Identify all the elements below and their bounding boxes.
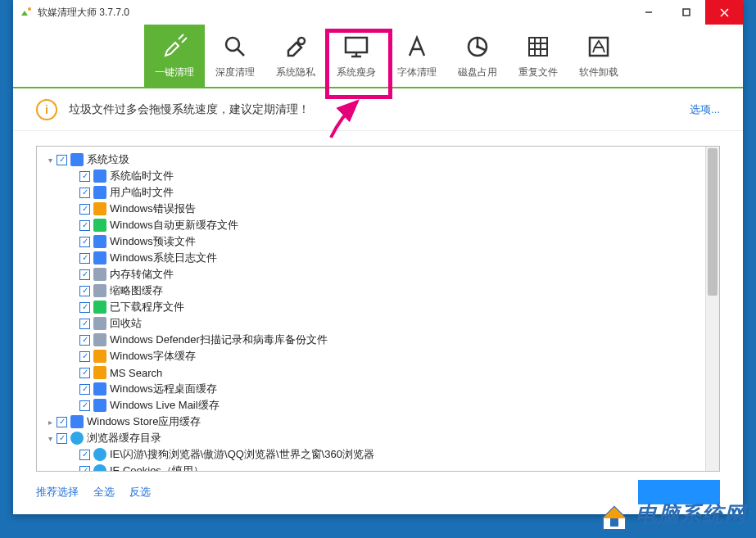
svg-point-0 <box>28 7 31 11</box>
tree-node[interactable]: 系统临时文件 <box>40 168 716 184</box>
recycle-icon <box>585 33 613 61</box>
expander-icon[interactable]: ▾ <box>45 156 55 165</box>
maximize-button[interactable] <box>668 0 705 25</box>
tree-label: Windows字体缓存 <box>110 349 196 364</box>
magnify-icon <box>221 33 249 61</box>
tree-node[interactable]: 已下载程序文件 <box>40 299 716 315</box>
tree-label: Windows远程桌面缓存 <box>110 382 217 396</box>
tree-node[interactable]: IE Cookies（慎用） <box>40 463 716 471</box>
expander-icon[interactable]: ▾ <box>45 434 55 443</box>
tab-privacy[interactable]: 系统隐私 <box>265 25 326 87</box>
tree-node[interactable]: Windows Live Mail缓存 <box>40 397 716 414</box>
item-icon <box>93 399 106 412</box>
tree-label: IE Cookies（慎用） <box>110 463 204 471</box>
tab-system-slim[interactable]: 系统瘦身 <box>326 25 387 87</box>
invert-link[interactable]: 反选 <box>129 485 151 500</box>
checkbox[interactable] <box>79 171 90 182</box>
tree-label: 系统垃圾 <box>87 152 129 167</box>
tree-node[interactable]: MS Search <box>40 364 716 381</box>
svg-rect-10 <box>346 38 367 52</box>
tab-one-click-clean[interactable]: 一键清理 <box>144 25 205 87</box>
expander-icon[interactable]: ▸ <box>45 418 55 427</box>
tree-node[interactable]: ▾浏览器缓存目录 <box>40 430 716 446</box>
tab-font-clean[interactable]: 字体清理 <box>387 25 447 87</box>
checkbox[interactable] <box>79 253 90 264</box>
close-button[interactable] <box>705 0 743 25</box>
tab-label: 重复文件 <box>518 66 558 79</box>
tab-label: 系统瘦身 <box>337 66 376 79</box>
tree-label: 用户临时文件 <box>110 185 174 200</box>
tab-disk-usage[interactable]: 磁盘占用 <box>447 25 508 87</box>
checkbox[interactable] <box>79 204 90 215</box>
info-bar: i 垃圾文件过多会拖慢系统速度，建议定期清理！ 选项... <box>13 88 743 131</box>
checkbox[interactable] <box>79 384 90 395</box>
tree-label: Windows自动更新缓存文件 <box>110 218 238 233</box>
tree-container: ▾系统垃圾系统临时文件用户临时文件Windows错误报告Windows自动更新缓… <box>36 146 720 472</box>
house-icon <box>600 504 629 533</box>
checkbox[interactable] <box>79 450 90 460</box>
tree-node[interactable]: ▾系统垃圾 <box>40 151 716 168</box>
tree-node[interactable]: 内存转储文件 <box>40 266 716 283</box>
minimize-button[interactable] <box>630 0 668 25</box>
tree-label: Windows预读文件 <box>110 234 196 249</box>
tree-view[interactable]: ▾系统垃圾系统临时文件用户临时文件Windows错误报告Windows自动更新缓… <box>37 147 719 471</box>
tree-node[interactable]: Windows字体缓存 <box>40 348 716 364</box>
checkbox[interactable] <box>79 188 90 198</box>
tree-label: 内存转储文件 <box>110 267 174 282</box>
tree-node[interactable]: Windows自动更新缓存文件 <box>40 217 716 233</box>
item-icon <box>93 186 106 199</box>
checkbox[interactable] <box>79 319 90 329</box>
svg-point-9 <box>298 38 305 44</box>
checkbox[interactable] <box>79 237 90 247</box>
monitor-icon <box>342 33 370 61</box>
app-window: 软媒清理大师 3.7.7.0 一键清理 深度清理 系统隐私 系统瘦身 字体清理 <box>13 0 743 514</box>
checkbox[interactable] <box>79 335 90 346</box>
tree-node[interactable]: Windows预读文件 <box>40 233 716 250</box>
tree-node[interactable]: 缩略图缓存 <box>40 283 716 299</box>
checkbox[interactable] <box>57 417 67 427</box>
item-icon <box>93 464 106 471</box>
tree-node[interactable]: Windows远程桌面缓存 <box>40 381 716 397</box>
select-all-link[interactable]: 全选 <box>93 485 115 500</box>
checkbox[interactable] <box>79 220 90 231</box>
info-icon: i <box>36 99 57 120</box>
checkbox[interactable] <box>79 302 90 313</box>
svg-line-6 <box>182 38 187 43</box>
tree-node[interactable]: Windows Defender扫描记录和病毒库备份文件 <box>40 332 716 348</box>
tree-label: IE\闪游\搜狗浏览器\傲游\QQ浏览器\世界之窗\360浏览器 <box>110 447 374 462</box>
tab-label: 字体清理 <box>397 66 437 79</box>
item-icon <box>93 268 106 281</box>
checkbox[interactable] <box>79 286 90 296</box>
checkbox[interactable] <box>57 155 67 165</box>
brush-icon <box>161 33 188 61</box>
tab-duplicate[interactable]: 重复文件 <box>508 25 568 87</box>
checkbox[interactable] <box>79 400 90 411</box>
scroll-thumb[interactable] <box>708 148 718 296</box>
scrollbar[interactable] <box>705 147 719 471</box>
checkbox[interactable] <box>79 368 90 378</box>
options-link[interactable]: 选项... <box>690 102 720 117</box>
recommend-link[interactable]: 推荐选择 <box>36 485 79 500</box>
tree-label: Windows Defender扫描记录和病毒库备份文件 <box>110 332 328 347</box>
item-icon <box>70 153 84 166</box>
tree-node[interactable]: Windows系统日志文件 <box>40 250 716 266</box>
checkbox[interactable] <box>57 433 67 444</box>
tree-node[interactable]: IE\闪游\搜狗浏览器\傲游\QQ浏览器\世界之窗\360浏览器 <box>40 446 716 463</box>
checkbox[interactable] <box>79 466 90 472</box>
tree-node[interactable]: Windows错误报告 <box>40 201 716 217</box>
checkbox[interactable] <box>79 269 90 280</box>
tree-label: 浏览器缓存目录 <box>87 431 161 445</box>
checkbox[interactable] <box>79 351 90 362</box>
grid-icon <box>524 33 552 61</box>
tree-node[interactable]: ▸Windows Store应用缓存 <box>40 414 716 430</box>
tree-node[interactable]: 用户临时文件 <box>40 184 716 201</box>
tab-uninstall[interactable]: 软件卸载 <box>568 25 629 87</box>
svg-point-7 <box>226 38 239 51</box>
tree-node[interactable]: 回收站 <box>40 315 716 332</box>
app-icon <box>20 6 33 19</box>
item-icon <box>93 235 106 248</box>
tab-deep-clean[interactable]: 深度清理 <box>205 25 265 87</box>
primary-button[interactable] <box>638 480 720 504</box>
item-icon <box>93 350 106 363</box>
item-icon <box>70 415 84 428</box>
